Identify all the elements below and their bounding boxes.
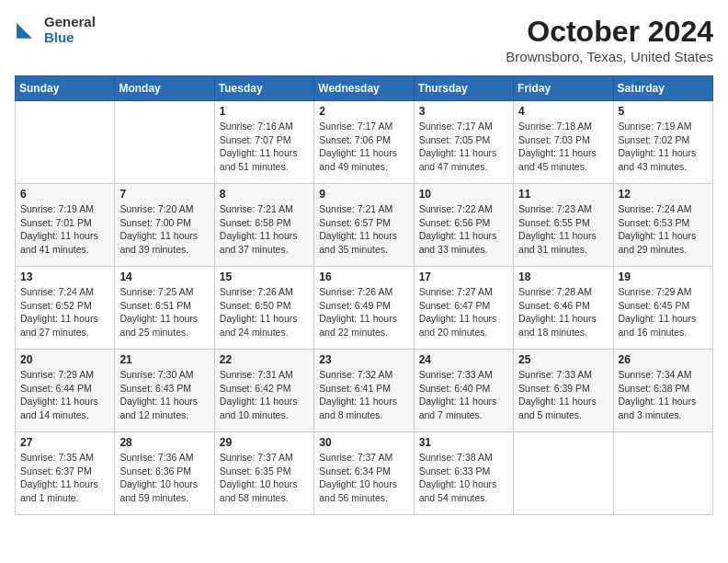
logo-text: General Blue: [44, 15, 96, 45]
main-title: October 2024: [506, 15, 713, 49]
calendar-cell: 22Sunrise: 7:31 AM Sunset: 6:42 PM Dayli…: [214, 350, 313, 432]
calendar-cell: 20Sunrise: 7:29 AM Sunset: 6:44 PM Dayli…: [16, 350, 115, 432]
calendar-cell: 15Sunrise: 7:26 AM Sunset: 6:50 PM Dayli…: [214, 267, 313, 350]
calendar-cell: 27Sunrise: 7:35 AM Sunset: 6:37 PM Dayli…: [16, 432, 115, 515]
day-number: 26: [619, 353, 708, 366]
calendar-cell: 21Sunrise: 7:30 AM Sunset: 6:43 PM Dayli…: [115, 350, 214, 432]
title-block: October 2024 Brownsboro, Texas, United S…: [506, 15, 713, 64]
day-detail: Sunrise: 7:37 AM Sunset: 6:35 PM Dayligh…: [220, 451, 309, 505]
day-detail: Sunrise: 7:17 AM Sunset: 7:05 PM Dayligh…: [419, 120, 508, 174]
calendar-cell: [613, 432, 712, 515]
day-detail: Sunrise: 7:17 AM Sunset: 7:06 PM Dayligh…: [319, 120, 408, 174]
day-detail: Sunrise: 7:21 AM Sunset: 6:58 PM Dayligh…: [220, 202, 309, 257]
day-number: 1: [220, 105, 309, 118]
day-number: 11: [518, 188, 608, 201]
day-number: 21: [119, 353, 209, 366]
calendar-cell: 25Sunrise: 7:33 AM Sunset: 6:39 PM Dayli…: [514, 350, 613, 432]
calendar-week-row: 20Sunrise: 7:29 AM Sunset: 6:44 PM Dayli…: [16, 350, 713, 432]
day-number: 16: [319, 270, 408, 283]
day-number: 5: [619, 105, 708, 118]
calendar-cell: [16, 101, 115, 184]
calendar-cell: 17Sunrise: 7:27 AM Sunset: 6:47 PM Dayli…: [414, 267, 513, 350]
calendar-cell: [115, 101, 214, 184]
day-number: 19: [619, 270, 708, 283]
day-number: 3: [419, 105, 508, 118]
day-detail: Sunrise: 7:29 AM Sunset: 6:45 PM Dayligh…: [619, 285, 708, 339]
logo: ◣ General Blue: [15, 15, 96, 45]
day-detail: Sunrise: 7:26 AM Sunset: 6:50 PM Dayligh…: [220, 285, 309, 339]
calendar-cell: 9Sunrise: 7:21 AM Sunset: 6:57 PM Daylig…: [314, 184, 414, 267]
day-detail: Sunrise: 7:22 AM Sunset: 6:56 PM Dayligh…: [419, 202, 508, 257]
day-number: 2: [319, 105, 408, 118]
calendar-cell: 28Sunrise: 7:36 AM Sunset: 6:36 PM Dayli…: [115, 432, 214, 515]
calendar-cell: 12Sunrise: 7:24 AM Sunset: 6:53 PM Dayli…: [613, 184, 712, 267]
calendar-cell: 7Sunrise: 7:20 AM Sunset: 7:00 PM Daylig…: [115, 184, 214, 267]
day-detail: Sunrise: 7:29 AM Sunset: 6:44 PM Dayligh…: [20, 368, 109, 422]
calendar-cell: 4Sunrise: 7:18 AM Sunset: 7:03 PM Daylig…: [514, 101, 613, 184]
day-detail: Sunrise: 7:31 AM Sunset: 6:42 PM Dayligh…: [220, 368, 309, 422]
day-detail: Sunrise: 7:24 AM Sunset: 6:53 PM Dayligh…: [619, 202, 708, 257]
calendar-cell: 5Sunrise: 7:19 AM Sunset: 7:02 PM Daylig…: [613, 101, 712, 184]
day-number: 28: [119, 436, 209, 449]
day-number: 25: [518, 353, 608, 366]
calendar: SundayMondayTuesdayWednesdayThursdayFrid…: [15, 75, 713, 515]
calendar-cell: 16Sunrise: 7:26 AM Sunset: 6:49 PM Dayli…: [314, 267, 414, 350]
day-number: 17: [419, 270, 508, 283]
calendar-day-header: Thursday: [414, 76, 513, 101]
calendar-week-row: 1Sunrise: 7:16 AM Sunset: 7:07 PM Daylig…: [16, 101, 713, 184]
calendar-day-header: Monday: [115, 76, 214, 101]
day-number: 18: [518, 270, 608, 283]
calendar-cell: 11Sunrise: 7:23 AM Sunset: 6:55 PM Dayli…: [514, 184, 613, 267]
day-detail: Sunrise: 7:16 AM Sunset: 7:07 PM Dayligh…: [220, 120, 309, 174]
day-number: 20: [20, 353, 109, 366]
day-detail: Sunrise: 7:32 AM Sunset: 6:41 PM Dayligh…: [319, 368, 408, 422]
calendar-cell: 14Sunrise: 7:25 AM Sunset: 6:51 PM Dayli…: [115, 267, 214, 350]
day-number: 12: [619, 188, 708, 201]
calendar-day-header: Wednesday: [314, 76, 414, 101]
day-detail: Sunrise: 7:33 AM Sunset: 6:39 PM Dayligh…: [518, 368, 608, 422]
calendar-cell: 31Sunrise: 7:38 AM Sunset: 6:33 PM Dayli…: [414, 432, 513, 515]
day-detail: Sunrise: 7:27 AM Sunset: 6:47 PM Dayligh…: [419, 285, 508, 339]
calendar-day-header: Tuesday: [214, 76, 313, 101]
page-header: ◣ General Blue October 2024 Brownsboro, …: [15, 15, 713, 64]
calendar-cell: 8Sunrise: 7:21 AM Sunset: 6:58 PM Daylig…: [214, 184, 313, 267]
day-number: 10: [419, 188, 508, 201]
day-number: 6: [20, 188, 109, 201]
calendar-day-header: Friday: [514, 76, 613, 101]
day-detail: Sunrise: 7:25 AM Sunset: 6:51 PM Dayligh…: [119, 285, 209, 339]
day-number: 23: [319, 353, 408, 366]
calendar-day-header: Saturday: [613, 76, 712, 101]
calendar-cell: 24Sunrise: 7:33 AM Sunset: 6:40 PM Dayli…: [414, 350, 513, 432]
day-detail: Sunrise: 7:21 AM Sunset: 6:57 PM Dayligh…: [319, 202, 408, 257]
day-detail: Sunrise: 7:34 AM Sunset: 6:38 PM Dayligh…: [619, 368, 708, 422]
logo-blue: Blue: [44, 30, 96, 46]
svg-text:◣: ◣: [17, 17, 32, 40]
day-detail: Sunrise: 7:35 AM Sunset: 6:37 PM Dayligh…: [20, 451, 109, 505]
calendar-cell: 1Sunrise: 7:16 AM Sunset: 7:07 PM Daylig…: [214, 101, 313, 184]
day-number: 29: [220, 436, 309, 449]
day-detail: Sunrise: 7:23 AM Sunset: 6:55 PM Dayligh…: [518, 202, 608, 257]
calendar-week-row: 27Sunrise: 7:35 AM Sunset: 6:37 PM Dayli…: [16, 432, 713, 515]
day-number: 14: [119, 270, 209, 283]
day-number: 4: [518, 105, 608, 118]
day-detail: Sunrise: 7:30 AM Sunset: 6:43 PM Dayligh…: [119, 368, 209, 422]
calendar-cell: 18Sunrise: 7:28 AM Sunset: 6:46 PM Dayli…: [514, 267, 613, 350]
day-detail: Sunrise: 7:28 AM Sunset: 6:46 PM Dayligh…: [518, 285, 608, 339]
calendar-cell: [514, 432, 613, 515]
day-number: 30: [319, 436, 408, 449]
day-detail: Sunrise: 7:19 AM Sunset: 7:01 PM Dayligh…: [20, 202, 109, 257]
day-number: 7: [119, 188, 209, 201]
day-detail: Sunrise: 7:33 AM Sunset: 6:40 PM Dayligh…: [419, 368, 508, 422]
day-number: 15: [220, 270, 309, 283]
day-detail: Sunrise: 7:18 AM Sunset: 7:03 PM Dayligh…: [518, 120, 608, 174]
logo-general: General: [44, 15, 96, 30]
calendar-cell: 19Sunrise: 7:29 AM Sunset: 6:45 PM Dayli…: [613, 267, 712, 350]
day-detail: Sunrise: 7:36 AM Sunset: 6:36 PM Dayligh…: [119, 451, 209, 505]
day-detail: Sunrise: 7:24 AM Sunset: 6:52 PM Dayligh…: [20, 285, 109, 339]
calendar-week-row: 13Sunrise: 7:24 AM Sunset: 6:52 PM Dayli…: [16, 267, 713, 350]
day-number: 22: [220, 353, 309, 366]
day-number: 13: [20, 270, 109, 283]
subtitle: Brownsboro, Texas, United States: [506, 49, 713, 64]
day-detail: Sunrise: 7:37 AM Sunset: 6:34 PM Dayligh…: [319, 451, 408, 505]
day-number: 9: [319, 188, 408, 201]
